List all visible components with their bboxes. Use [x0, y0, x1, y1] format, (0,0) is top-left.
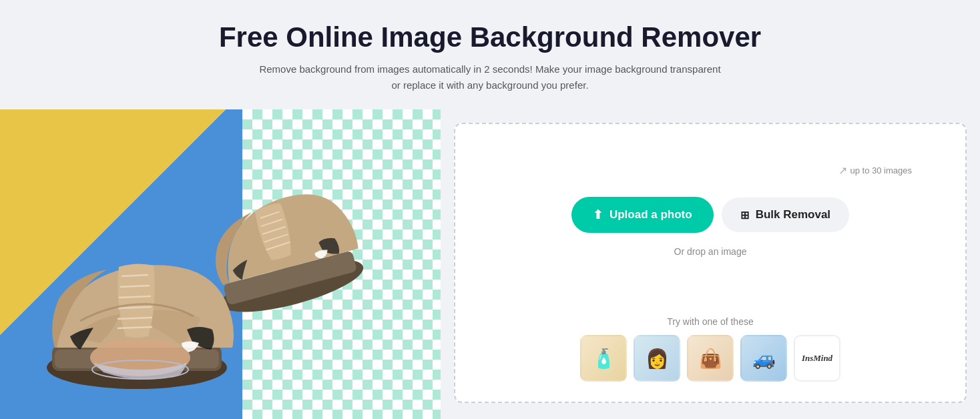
upload-limit-label: up to 30 images: [838, 164, 912, 177]
sample-person-thumb[interactable]: 👩: [634, 335, 680, 382]
upload-dropzone[interactable]: up to 30 images ⬆ Upload a photo ⊞ Bulk …: [454, 123, 967, 403]
page-subtitle: Remove background from images automatica…: [256, 61, 724, 93]
demo-image-panel: [0, 109, 441, 419]
upload-arrow-icon: ⬆: [593, 207, 603, 222]
shoe-image: [7, 137, 421, 391]
bulk-removal-button[interactable]: ⊞ Bulk Removal: [722, 197, 849, 232]
layers-icon: ⊞: [740, 209, 749, 222]
upload-button-label: Upload a photo: [609, 208, 692, 222]
sample-bag-thumb[interactable]: 👜: [687, 335, 734, 382]
sample-text-thumb[interactable]: InsMind: [794, 335, 840, 382]
sample-products-thumb[interactable]: 🧴: [580, 335, 627, 382]
upload-center: ⬆ Upload a photo ⊞ Bulk Removal Or drop …: [571, 151, 849, 303]
try-section: Try with one of these 🧴 👩 👜 🚙 InsMind: [580, 316, 840, 382]
sample-car-thumb[interactable]: 🚙: [740, 335, 787, 382]
sample-images-row: 🧴 👩 👜 🚙 InsMind: [580, 335, 840, 382]
main-content: up to 30 images ⬆ Upload a photo ⊞ Bulk …: [0, 109, 980, 419]
upload-panel: up to 30 images ⬆ Upload a photo ⊞ Bulk …: [441, 109, 980, 419]
drop-text: Or drop an image: [674, 246, 747, 257]
page-title: Free Online Image Background Remover: [219, 21, 761, 53]
bulk-button-label: Bulk Removal: [756, 208, 830, 222]
upload-photo-button[interactable]: ⬆ Upload a photo: [571, 197, 714, 233]
try-label: Try with one of these: [667, 316, 753, 327]
page-header: Free Online Image Background Remover Rem…: [206, 0, 774, 109]
sample-text-label: InsMind: [802, 353, 832, 364]
action-buttons-row: ⬆ Upload a photo ⊞ Bulk Removal: [571, 197, 849, 233]
